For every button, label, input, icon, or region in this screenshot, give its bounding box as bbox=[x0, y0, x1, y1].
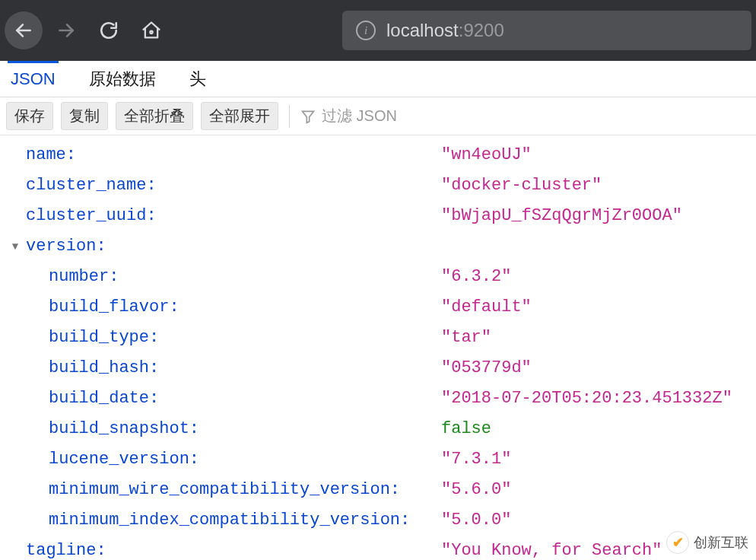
expand-caret-icon bbox=[5, 505, 26, 536]
toolbar-divider bbox=[289, 105, 290, 128]
expand-caret-icon bbox=[5, 475, 26, 505]
json-value: "5.6.0" bbox=[441, 475, 511, 505]
json-row[interactable]: build_flavor:"default" bbox=[5, 292, 756, 323]
json-value: "bWjapU_fSZqQgrMjZr0OOA" bbox=[441, 201, 682, 231]
json-row[interactable]: lucene_version:"7.3.1" bbox=[5, 444, 756, 475]
json-value: false bbox=[441, 414, 491, 444]
json-value: "6.3.2" bbox=[441, 262, 511, 292]
expand-caret-icon bbox=[5, 292, 26, 323]
watermark: ✔ 创新互联 bbox=[666, 531, 748, 554]
viewer-tabs: JSON 原始数据 头 bbox=[0, 61, 756, 97]
json-key: name: bbox=[26, 140, 441, 170]
url-port: :9200 bbox=[459, 20, 504, 40]
copy-button[interactable]: 复制 bbox=[61, 102, 108, 130]
expand-caret-icon bbox=[5, 353, 26, 383]
json-key: minimum_wire_compatibility_version: bbox=[49, 475, 441, 505]
expand-caret-icon bbox=[5, 383, 26, 414]
tab-json[interactable]: JSON bbox=[8, 61, 59, 97]
json-row[interactable]: cluster_name:"docker-cluster" bbox=[5, 170, 756, 201]
json-value: "053779d" bbox=[441, 353, 532, 383]
svg-point-2 bbox=[150, 31, 152, 33]
forward-button[interactable] bbox=[47, 11, 85, 49]
json-key: build_type: bbox=[49, 323, 441, 353]
json-row[interactable]: build_hash:"053779d" bbox=[5, 353, 756, 383]
expand-caret-icon bbox=[5, 201, 26, 231]
json-row[interactable]: ▼version: bbox=[5, 231, 756, 262]
json-viewer: name:"wn4eoUJ"cluster_name:"docker-clust… bbox=[0, 135, 756, 560]
json-key: cluster_uuid: bbox=[26, 201, 441, 231]
json-key: lucene_version: bbox=[49, 444, 441, 475]
json-key: build_flavor: bbox=[49, 292, 441, 323]
json-value: "2018-07-20T05:20:23.451332Z" bbox=[441, 383, 732, 414]
filter-icon bbox=[300, 109, 316, 124]
collapse-all-button[interactable]: 全部折叠 bbox=[116, 102, 193, 130]
json-value: "7.3.1" bbox=[441, 444, 511, 475]
json-value: "You Know, for Search" bbox=[441, 536, 662, 560]
json-key: number: bbox=[49, 262, 441, 292]
site-info-icon[interactable]: i bbox=[356, 21, 376, 40]
json-key: tagline: bbox=[26, 536, 441, 560]
browser-chrome: i localhost:9200 bbox=[0, 0, 756, 61]
filter-box bbox=[300, 107, 489, 125]
tab-raw[interactable]: 原始数据 bbox=[86, 61, 159, 97]
tab-headers[interactable]: 头 bbox=[186, 61, 209, 97]
url-bar[interactable]: i localhost:9200 bbox=[342, 11, 751, 50]
expand-caret-icon bbox=[5, 323, 26, 353]
json-value: "wn4eoUJ" bbox=[441, 140, 532, 170]
json-value: "default" bbox=[441, 292, 532, 323]
watermark-text: 创新互联 bbox=[694, 533, 748, 552]
json-value: "5.0.0" bbox=[441, 505, 511, 536]
expand-caret-icon bbox=[5, 140, 26, 170]
json-key: build_hash: bbox=[49, 353, 441, 383]
viewer-toolbar: 保存 复制 全部折叠 全部展开 bbox=[0, 97, 756, 135]
back-button[interactable] bbox=[5, 11, 43, 49]
json-row[interactable]: build_type:"tar" bbox=[5, 323, 756, 353]
filter-input[interactable] bbox=[322, 107, 489, 125]
json-key: build_date: bbox=[49, 383, 441, 414]
json-row[interactable]: minimum_wire_compatibility_version:"5.6.… bbox=[5, 475, 756, 505]
expand-caret-icon bbox=[5, 444, 26, 475]
json-row[interactable]: minimum_index_compatibility_version:"5.0… bbox=[5, 505, 756, 536]
json-key: build_snapshot: bbox=[49, 414, 441, 444]
svg-marker-3 bbox=[303, 111, 314, 123]
json-row[interactable]: tagline:"You Know, for Search" bbox=[5, 536, 756, 560]
home-button[interactable] bbox=[132, 11, 170, 49]
json-row[interactable]: number:"6.3.2" bbox=[5, 262, 756, 292]
expand-caret-icon bbox=[5, 536, 26, 560]
json-value: "tar" bbox=[441, 323, 491, 353]
json-key: minimum_index_compatibility_version: bbox=[49, 505, 441, 536]
save-button[interactable]: 保存 bbox=[6, 102, 53, 130]
json-row[interactable]: build_date:"2018-07-20T05:20:23.451332Z" bbox=[5, 383, 756, 414]
expand-all-button[interactable]: 全部展开 bbox=[201, 102, 278, 130]
reload-button[interactable] bbox=[90, 11, 128, 49]
json-row[interactable]: name:"wn4eoUJ" bbox=[5, 140, 756, 170]
json-row[interactable]: build_snapshot:false bbox=[5, 414, 756, 444]
json-value: "docker-cluster" bbox=[441, 170, 602, 201]
json-key: version: bbox=[26, 231, 441, 262]
expand-caret-icon[interactable]: ▼ bbox=[5, 231, 26, 262]
expand-caret-icon bbox=[5, 414, 26, 444]
json-row[interactable]: cluster_uuid:"bWjapU_fSZqQgrMjZr0OOA" bbox=[5, 201, 756, 231]
url-host: localhost bbox=[386, 20, 459, 40]
watermark-icon: ✔ bbox=[666, 531, 689, 554]
expand-caret-icon bbox=[5, 262, 26, 292]
json-key: cluster_name: bbox=[26, 170, 441, 201]
expand-caret-icon bbox=[5, 170, 26, 201]
